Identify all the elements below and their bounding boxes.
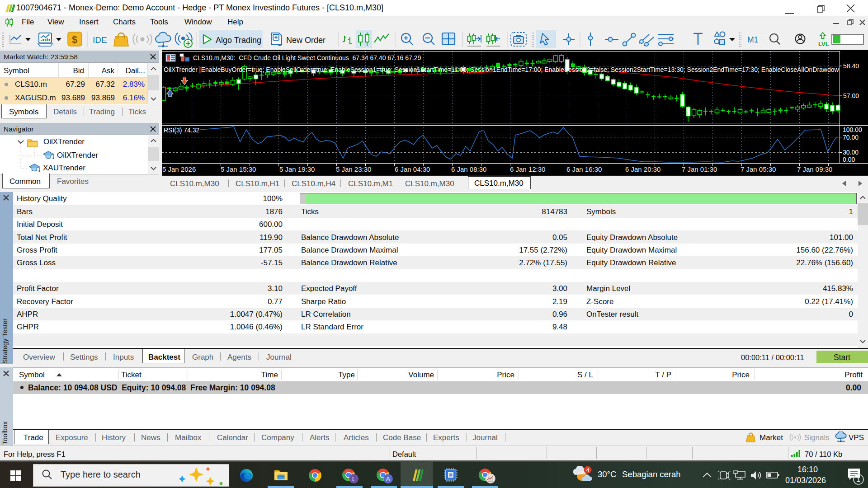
svg-text:7 Jan 05:30: 7 Jan 05:30 <box>741 165 776 173</box>
svg-text:RSI(3) 74.32: RSI(3) 74.32 <box>164 127 200 134</box>
svg-text:1: 1 <box>857 476 860 483</box>
svg-text:LVL: LVL <box>818 41 829 47</box>
svg-text:Algo Trading: Algo Trading <box>216 36 261 45</box>
svg-text:5 Jan 15:30: 5 Jan 15:30 <box>221 165 256 173</box>
svg-text:5 Jan 19:30: 5 Jan 19:30 <box>279 165 315 173</box>
svg-text:57.00: 57.00 <box>843 92 859 99</box>
svg-text:M1: M1 <box>747 35 758 44</box>
svg-text:IDE: IDE <box>93 35 107 45</box>
svg-text:5 Jan 2026: 5 Jan 2026 <box>162 165 196 173</box>
svg-text:7 Jan 09:30: 7 Jan 09:30 <box>797 165 832 173</box>
svg-text:6 Jan 04:30: 6 Jan 04:30 <box>395 165 430 173</box>
svg-text:4: 4 <box>586 467 589 474</box>
svg-text:6 Jan 08:30: 6 Jan 08:30 <box>451 165 486 173</box>
svg-text:6 Jan 12:30: 6 Jan 12:30 <box>510 165 545 173</box>
svg-text:100.00: 100.00 <box>843 126 862 133</box>
svg-text:58.40: 58.40 <box>843 62 859 70</box>
svg-text:New Order: New Order <box>286 36 326 45</box>
svg-text:5 Jan 23:30: 5 Jan 23:30 <box>336 165 371 173</box>
svg-text:OilXTrender [EnableBuyOrder=tr: OilXTrender [EnableBuyOrder=true; Enable… <box>164 66 868 73</box>
svg-text:0.00: 0.00 <box>843 156 855 163</box>
svg-text:CLS10.m,M30: CFD Crude Oil Li: CLS10.m,M30: CFD Crude Oil Light Sweet C… <box>193 54 421 61</box>
svg-text:70.00: 70.00 <box>843 134 859 141</box>
svg-text:$: $ <box>72 34 77 45</box>
svg-text:30.00: 30.00 <box>843 149 859 156</box>
svg-text:7 Jan 01:30: 7 Jan 01:30 <box>682 165 717 173</box>
svg-text:6 Jan 20:30: 6 Jan 20:30 <box>625 165 660 173</box>
svg-text:6 Jan 16:30: 6 Jan 16:30 <box>566 165 602 173</box>
